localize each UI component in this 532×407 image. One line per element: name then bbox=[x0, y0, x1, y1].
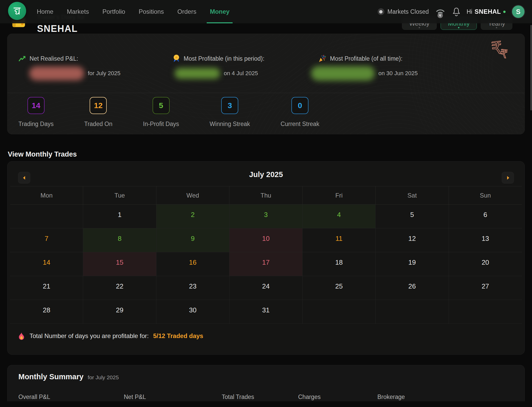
calendar-section-heading: View Monthly Trades bbox=[8, 150, 77, 158]
day-cell-13[interactable]: 13 bbox=[449, 228, 522, 252]
pl-item-label-row: Net Realised P&L: bbox=[18, 53, 172, 65]
stat-label: Trading Days bbox=[18, 121, 54, 128]
top-nav-bar: HomeMarketsPortfolioPositionsOrdersMoney… bbox=[0, 0, 532, 23]
redacted-loss-value bbox=[29, 66, 84, 80]
day-cell-26[interactable]: 26 bbox=[376, 276, 449, 300]
pl-summary-card: ₹₹ Net Realised P&L:for July 2025Most Pr… bbox=[7, 34, 525, 134]
pl-item-2: Most Profitable (in this period):on 4 Ju… bbox=[172, 53, 318, 82]
redacted-profit-value bbox=[311, 66, 375, 81]
day-cell-18[interactable]: 18 bbox=[303, 252, 376, 276]
day-cell-21[interactable]: 21 bbox=[10, 276, 83, 300]
redacted-profit-value bbox=[175, 68, 220, 79]
user-avatar[interactable]: S bbox=[511, 5, 525, 19]
day-cell-15[interactable]: 15 bbox=[83, 252, 156, 276]
tab-indicator-dot bbox=[458, 27, 459, 28]
pl-item-1: Net Realised P&L:for July 2025 bbox=[18, 53, 172, 82]
stat-value-box: 14 bbox=[27, 97, 45, 114]
day-cell-28[interactable]: 28 bbox=[10, 300, 83, 324]
stat-label: In-Profit Days bbox=[143, 121, 179, 128]
day-cell-16[interactable]: 16 bbox=[156, 252, 229, 276]
stat-in-profit-days: 5In-Profit Days bbox=[143, 97, 179, 128]
summary-column-overall-p-l: Overall P&L bbox=[18, 394, 124, 401]
nav-item-orders[interactable]: Orders bbox=[174, 0, 199, 23]
day-cell-6[interactable]: 6 bbox=[449, 205, 522, 228]
next-month-button[interactable] bbox=[502, 172, 514, 184]
weekday-fri: Fri bbox=[303, 186, 376, 205]
stat-value-box: 0 bbox=[291, 97, 308, 114]
diary-username: SNEHAL bbox=[37, 23, 85, 34]
medal-icon bbox=[172, 54, 180, 63]
nav-item-money[interactable]: Money bbox=[207, 0, 233, 23]
day-cell-25[interactable]: 25 bbox=[303, 276, 376, 300]
weekday-wed: Wed bbox=[156, 186, 229, 205]
pl-item-value-row: on 30 Jun 2025 bbox=[318, 65, 514, 82]
nav-item-home[interactable]: Home bbox=[34, 0, 56, 23]
nav-item-portfolio[interactable]: Portfolio bbox=[99, 0, 128, 23]
day-cell-24[interactable]: 24 bbox=[229, 276, 303, 300]
day-cell-9[interactable]: 9 bbox=[156, 228, 229, 252]
monthly-summary-columns: Overall P&LNet P&LTotal TradesChargesBro… bbox=[18, 394, 514, 401]
day-cell-17[interactable]: 17 bbox=[229, 252, 303, 276]
connection-wifi-icon bbox=[435, 6, 446, 17]
stat-value-box: 5 bbox=[153, 97, 170, 114]
day-cell-29[interactable]: 29 bbox=[83, 300, 156, 324]
pl-item-value-row: for July 2025 bbox=[18, 65, 172, 82]
dhan-app-logo[interactable] bbox=[8, 2, 26, 20]
day-cell-5[interactable]: 5 bbox=[376, 205, 449, 228]
stat-value-box: 3 bbox=[221, 97, 238, 114]
nav-item-markets[interactable]: Markets bbox=[64, 0, 92, 23]
greeting-prefix: Hi bbox=[467, 8, 472, 15]
main-nav: HomeMarketsPortfolioPositionsOrdersMoney bbox=[34, 0, 233, 23]
page-scrollbar-thumb[interactable] bbox=[530, 25, 532, 110]
pl-highlights-row: Net Realised P&L:for July 2025Most Profi… bbox=[18, 53, 514, 82]
summary-column-total-trades: Total Trades bbox=[222, 394, 298, 401]
party-icon bbox=[318, 54, 327, 63]
monthly-summary-card: Monthly Summary for July 2025 Overall P&… bbox=[7, 365, 525, 401]
pl-item-label: Most Profitable (in this period): bbox=[184, 55, 264, 62]
day-cell-27[interactable]: 27 bbox=[449, 276, 522, 300]
day-cell-11[interactable]: 11 bbox=[303, 228, 376, 252]
pl-item-value-row: on 4 Jul 2025 bbox=[172, 65, 318, 82]
weekday-tue: Tue bbox=[83, 186, 156, 205]
day-cell-19[interactable]: 19 bbox=[376, 252, 449, 276]
day-cell-10[interactable]: 10 bbox=[229, 228, 303, 252]
pl-item-label: Net Realised P&L: bbox=[30, 55, 78, 62]
summary-column-charges: Charges bbox=[298, 394, 377, 401]
stat-label: Winning Streak bbox=[210, 121, 250, 128]
tab-indicator-dot bbox=[419, 27, 420, 28]
profitable-days-label: Total Number of days you are profitable … bbox=[30, 332, 149, 340]
day-cell-4[interactable]: 4 bbox=[303, 205, 376, 228]
stat-label: Current Streak bbox=[281, 121, 319, 128]
day-cell-20[interactable]: 20 bbox=[449, 252, 522, 276]
user-greeting: Hi SNEHAL bbox=[467, 8, 506, 15]
day-cell-12[interactable]: 12 bbox=[376, 228, 449, 252]
day-cell-8[interactable]: 8 bbox=[83, 228, 156, 252]
day-cell-empty bbox=[376, 300, 449, 324]
market-status-dot bbox=[378, 8, 384, 15]
nav-item-positions[interactable]: Positions bbox=[135, 0, 167, 23]
day-cell-22[interactable]: 22 bbox=[83, 276, 156, 300]
weekday-sat: Sat bbox=[376, 186, 449, 205]
day-cell-3[interactable]: 3 bbox=[229, 205, 303, 228]
day-cell-30[interactable]: 30 bbox=[156, 300, 229, 324]
notifications-bell-icon[interactable] bbox=[452, 7, 461, 17]
pl-item-label-row: Most Profitable (in this period): bbox=[172, 53, 318, 65]
calendar-footer: Total Number of days you are profitable … bbox=[8, 324, 524, 340]
weekday-thu: Thu bbox=[229, 186, 303, 205]
broker-badge-icon bbox=[437, 13, 443, 18]
pl-item-label: Most Profitable (of all time): bbox=[330, 55, 402, 62]
monthly-summary-subtitle: for July 2025 bbox=[88, 374, 119, 381]
trend-up-icon bbox=[18, 55, 26, 62]
day-cell-14[interactable]: 14 bbox=[10, 252, 83, 276]
stat-traded-on: 12Traded On bbox=[84, 97, 112, 128]
day-cell-2[interactable]: 2 bbox=[156, 205, 229, 228]
calendar-grid: MonTueWedThuFriSatSun1234567891011121314… bbox=[10, 186, 522, 324]
day-cell-31[interactable]: 31 bbox=[229, 300, 303, 324]
calendar-month-title: July 2025 bbox=[8, 170, 524, 179]
day-cell-7[interactable]: 7 bbox=[10, 228, 83, 252]
greeting-username: SNEHAL bbox=[475, 8, 501, 15]
pl-item-label-row: Most Profitable (of all time): bbox=[318, 53, 514, 65]
day-cell-23[interactable]: 23 bbox=[156, 276, 229, 300]
market-status: Markets Closed bbox=[378, 8, 429, 15]
day-cell-1[interactable]: 1 bbox=[83, 205, 156, 228]
